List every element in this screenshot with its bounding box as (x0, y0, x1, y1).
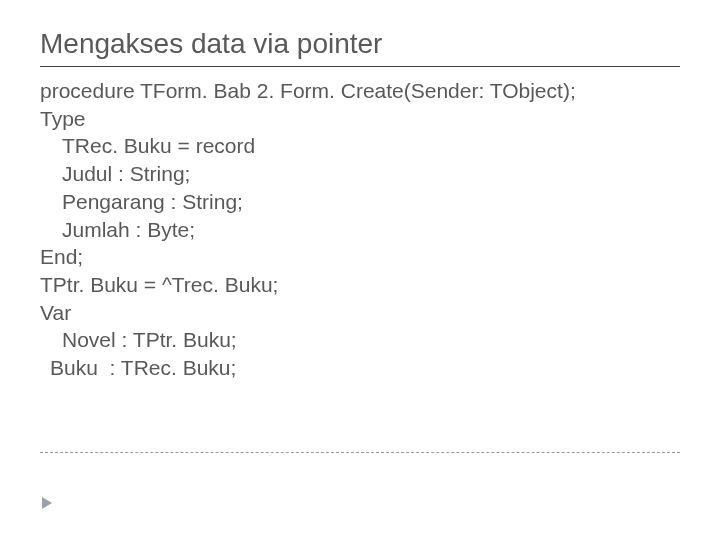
code-line: TPtr. Buku = ^Trec. Buku; (40, 271, 680, 299)
divider (40, 452, 680, 453)
code-line: Pengarang : String; (40, 188, 680, 216)
code-line: End; (40, 243, 680, 271)
code-line: Jumlah : Byte; (40, 216, 680, 244)
code-line: Buku : TRec. Buku; (40, 354, 680, 382)
code-block: procedure TForm. Bab 2. Form. Create(Sen… (40, 77, 680, 382)
code-line: Judul : String; (40, 160, 680, 188)
code-line: Type (40, 105, 680, 133)
bullet-marker-icon (40, 496, 54, 510)
slide: Mengakses data via pointer procedure TFo… (0, 0, 720, 540)
svg-marker-0 (42, 497, 52, 509)
slide-title: Mengakses data via pointer (40, 28, 680, 67)
code-line: Var (40, 299, 680, 327)
code-line: procedure TForm. Bab 2. Form. Create(Sen… (40, 77, 680, 105)
code-line: TRec. Buku = record (40, 132, 680, 160)
code-line: Novel : TPtr. Buku; (40, 326, 680, 354)
